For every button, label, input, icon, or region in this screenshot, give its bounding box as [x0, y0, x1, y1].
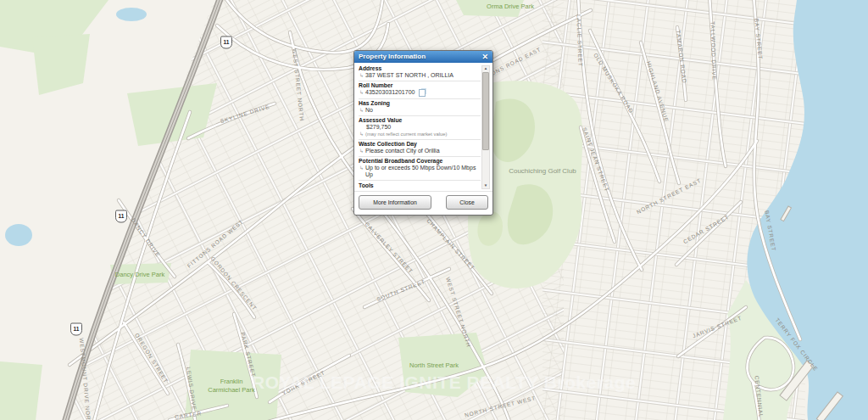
tools-section-header[interactable]: Tools — [359, 181, 481, 191]
section-assessed-value: Assessed Value $279,750 ↳ (may not refle… — [359, 116, 481, 140]
section-roll-number: Roll Number ↳ 435203031201700 — [359, 81, 481, 99]
section-address: Address ↳ 387 WEST ST NORTH , ORILLIA — [359, 64, 481, 81]
assessed-value: $279,750 — [359, 124, 481, 131]
section-waste-collection: Waste Collection Day ↳ Please contact Ci… — [359, 140, 481, 157]
roll-number-value: 435203031201700 — [365, 89, 415, 96]
highway-11-shield-icon: 11 — [220, 36, 232, 49]
more-information-button[interactable]: More Information — [359, 195, 431, 210]
indent-arrow-icon: ↳ — [359, 131, 364, 137]
indent-arrow-icon: ↳ — [359, 148, 364, 154]
highway-11-shield-icon: 11 — [70, 323, 82, 336]
section-broadband: Potential Broadband Coverage ↳ Up to or … — [359, 157, 481, 181]
popup-scrollbar[interactable]: ▲ ▼ — [481, 65, 490, 189]
indent-arrow-icon: ↳ — [359, 72, 364, 79]
copy-document-icon[interactable] — [419, 89, 426, 97]
close-button[interactable]: Close — [446, 195, 488, 210]
map-viewer[interactable]: WEST STREET NORTHSKYLINE DRIVEDANCY DRIV… — [0, 0, 868, 420]
indent-arrow-icon: ↳ — [359, 165, 364, 171]
address-value: 387 WEST ST NORTH , ORILLIA — [365, 72, 453, 79]
section-has-zoning: Has Zoning ↳ No — [359, 99, 481, 116]
popup-content: Address ↳ 387 WEST ST NORTH , ORILLIA Ro… — [354, 63, 492, 191]
assessed-value-note: (may not reflect current market value) — [365, 131, 447, 137]
broadband-value: Up to or exceeds 50 Mbps Down/10 Mbps Up — [365, 165, 481, 178]
highway-11-shield-icon: 11 — [115, 210, 127, 223]
indent-arrow-icon: ↳ — [359, 107, 364, 114]
indent-arrow-icon: ↳ — [359, 89, 364, 96]
has-zoning-value: No — [365, 107, 373, 114]
popup-button-row: More Information Close — [354, 191, 492, 215]
popup-title: Property Information — [359, 51, 426, 63]
scroll-up-icon[interactable]: ▲ — [482, 66, 489, 71]
close-icon[interactable]: ✕ — [481, 51, 488, 63]
waste-collection-value: Please contact City of Orillia — [365, 148, 440, 154]
scrollbar-thumb[interactable] — [482, 72, 489, 150]
property-information-popup: Property Information ✕ Address ↳ 387 WES… — [353, 50, 493, 216]
scroll-down-icon[interactable]: ▼ — [482, 183, 489, 188]
popup-header: Property Information ✕ — [354, 51, 492, 63]
